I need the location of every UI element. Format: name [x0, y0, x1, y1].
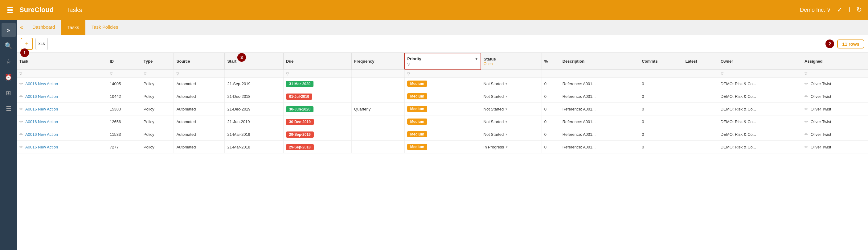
company-selector[interactable]: Demo Inc. ∨ [800, 6, 831, 13]
cell-owner-4: DEMO: Risk & Co... [718, 128, 802, 141]
cell-percent-1: 0 [541, 90, 560, 103]
assigned-edit-icon-3: ✏ [805, 119, 808, 124]
status-dropdown-2[interactable]: ▾ [505, 107, 507, 111]
cell-priority-1: Medium [404, 90, 481, 103]
cell-status-3: Not Started ▾ [481, 115, 541, 128]
status-dropdown-1[interactable]: ▾ [505, 94, 507, 99]
priority-dropdown-arrow[interactable]: ▼ [475, 57, 478, 61]
filter-source[interactable]: ▽ [174, 70, 225, 78]
cell-comments-3: 0 [639, 115, 683, 128]
refresh-icon[interactable]: ↻ [856, 6, 862, 14]
col-due: Due [283, 53, 351, 70]
cell-source-3: Automated [174, 115, 225, 128]
cell-latest-4 [683, 128, 718, 141]
filter-comments [639, 70, 683, 78]
cell-status-0: Not Started ▾ [481, 78, 541, 90]
sidebar-item-expand[interactable]: » [2, 23, 16, 37]
cell-percent-5: 0 [541, 141, 560, 154]
cell-assigned-0: ✏ Oliver Twist [802, 78, 868, 90]
search-icon: 🔍 [5, 42, 12, 49]
status-text-4: Not Started [484, 132, 504, 137]
filter-type[interactable]: ▽ [141, 70, 174, 78]
cell-latest-5 [683, 141, 718, 154]
priority-badge-1: Medium [407, 93, 427, 100]
task-link-3[interactable]: A0016 New Action [25, 119, 58, 124]
assigned-edit-icon-0: ✏ [805, 81, 808, 86]
cell-comments-1: 0 [639, 90, 683, 103]
cell-description-4: Reference: A001... [560, 128, 639, 141]
status-open-link[interactable]: Open [484, 62, 493, 66]
app-grid-icon[interactable] [6, 5, 13, 15]
cell-source-2: Automated [174, 103, 225, 115]
cell-task-4: ✏ A0016 New Action [17, 128, 107, 141]
tab-task-policies[interactable]: Task Policies [85, 20, 125, 35]
status-dropdown-4[interactable]: ▾ [505, 132, 507, 136]
priority-badge-5: Medium [407, 144, 427, 150]
sidebar-item-alerts[interactable]: ⏰ [2, 70, 16, 84]
assigned-edit-icon-2: ✏ [805, 107, 808, 111]
filter-priority[interactable]: ▽ [404, 70, 481, 78]
main-content: « Dashboard Tasks Task Policies + XLS 2 … [17, 20, 868, 250]
cell-percent-3: 0 [541, 115, 560, 128]
cell-description-3: Reference: A001... [560, 115, 639, 128]
col-priority[interactable]: Priority ▼ ▽ [404, 53, 481, 70]
due-badge-4: 29-Sep-2019 [286, 132, 314, 138]
filter-assigned[interactable]: ▽ [802, 70, 868, 78]
status-dropdown-5[interactable]: ▾ [506, 145, 508, 149]
filter-due[interactable]: ▽ [283, 70, 351, 78]
tab-dashboard[interactable]: Dashboard [26, 20, 61, 35]
cell-id-0: 14005 [107, 78, 141, 90]
section-title: Tasks [66, 6, 82, 13]
cell-task-0: ✏ A0016 New Action [17, 78, 107, 90]
sidebar-item-favorites[interactable]: ☆ [2, 54, 16, 68]
check-icon[interactable]: ✓ [837, 6, 842, 14]
tab-tasks[interactable]: Tasks [61, 20, 85, 35]
cell-type-0: Policy [141, 78, 174, 90]
status-dropdown-0[interactable]: ▾ [505, 82, 507, 86]
filter-owner[interactable]: ▽ [718, 70, 802, 78]
cell-description-5: Reference: A001... [560, 141, 639, 154]
cell-type-5: Policy [141, 141, 174, 154]
task-link-0[interactable]: A0016 New Action [25, 82, 58, 86]
task-link-2[interactable]: A0016 New Action [25, 107, 58, 111]
sidebar-item-search[interactable]: 🔍 [2, 38, 16, 53]
assigned-edit-icon-5: ✏ [805, 144, 808, 149]
task-link-1[interactable]: A0016 New Action [25, 94, 58, 99]
cell-status-1: Not Started ▾ [481, 90, 541, 103]
edit-icon: ✏ [20, 144, 23, 149]
cell-type-2: Policy [141, 103, 174, 115]
info-icon[interactable]: i [848, 6, 850, 14]
annotation-2-badge: 2 [826, 39, 834, 48]
status-dropdown-3[interactable]: ▾ [505, 120, 507, 124]
tabs-chevron[interactable]: « [20, 24, 23, 31]
plus-icon: + [25, 40, 29, 48]
cell-percent-4: 0 [541, 128, 560, 141]
star-icon: ☆ [6, 58, 11, 65]
status-text-1: Not Started [484, 94, 504, 99]
filter-task[interactable]: ▽ [17, 70, 107, 78]
xls-export-button[interactable]: XLS [35, 38, 48, 50]
task-link-4[interactable]: A0016 New Action [25, 132, 58, 137]
cell-priority-5: Medium [404, 141, 481, 154]
cell-comments-5: 0 [639, 141, 683, 154]
priority-badge-2: Medium [407, 106, 427, 112]
table-container: Task ID Type Source Start Due Frequency … [17, 53, 868, 250]
cell-start-4: 21-Mar-2019 [225, 128, 283, 141]
cell-task-3: ✏ A0016 New Action [17, 115, 107, 128]
cell-assigned-4: ✏ Oliver Twist [802, 128, 868, 141]
clock-icon: ⏰ [5, 74, 12, 81]
status-text-3: Not Started [484, 119, 504, 124]
add-button[interactable]: + [21, 38, 33, 50]
filter-id[interactable]: ▽ [107, 70, 141, 78]
cell-percent-2: 0 [541, 103, 560, 115]
cell-due-2: 30-Jun-2020 [283, 103, 351, 115]
cell-latest-0 [683, 78, 718, 90]
task-link-5[interactable]: A0016 New Action [25, 145, 58, 149]
sidebar-item-grid[interactable]: ⊞ [2, 86, 16, 100]
priority-filter-icon[interactable]: ▽ [407, 62, 478, 66]
sidebar-item-list[interactable]: ☰ [2, 102, 16, 116]
xls-icon: XLS [38, 42, 45, 46]
cell-start-0: 21-Sep-2019 [225, 78, 283, 90]
cell-percent-0: 0 [541, 78, 560, 90]
cell-status-4: Not Started ▾ [481, 128, 541, 141]
